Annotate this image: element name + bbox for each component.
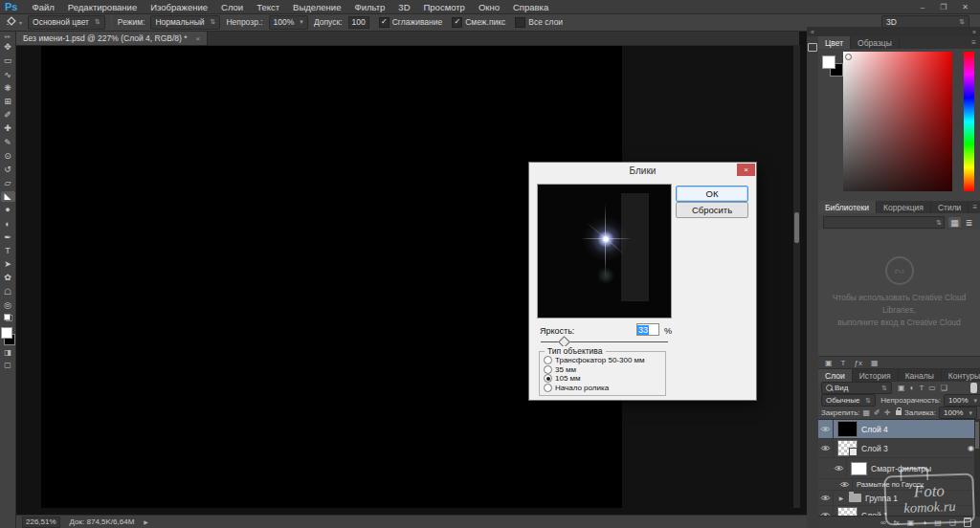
color-swatches-control[interactable] [1,327,15,345]
lens-option[interactable]: Трансфокатор 50-300 мм [544,356,645,364]
brush-tool[interactable]: ✎ [1,138,15,148]
visibility-toggle[interactable] [818,420,834,438]
libraries-dropdown[interactable]: ⇅ [823,216,945,229]
opacity-dropdown[interactable]: 100% ▾ [269,15,308,30]
filter-adjustment-layers-icon[interactable]: ◐ [910,384,915,392]
menu-item[interactable]: Редактирование [61,2,144,12]
option-checkbox[interactable]: ✓Сглаживание [379,17,443,28]
default-swatches-icon[interactable] [4,314,12,321]
layers-tab[interactable]: Каналы [899,369,942,382]
lasso-tool[interactable]: ∿ [1,70,15,80]
dialog-close-button[interactable]: × [737,164,755,176]
menu-item[interactable]: Просмотр [417,2,472,12]
layers-opacity-dropdown[interactable]: 100% ▾ [944,394,980,407]
hue-slider[interactable] [964,52,974,191]
libraries-tab[interactable]: Коррекция [877,201,931,213]
visibility-toggle[interactable] [818,439,834,457]
visibility-toggle[interactable] [818,491,834,505]
toolbar-collapse-icon[interactable]: ▸▸ [5,33,11,39]
zoom-tool[interactable]: ◎ [1,300,15,311]
radio-icon[interactable] [544,374,552,383]
fill-source-dropdown[interactable]: Основной цвет ⇅ [28,15,105,30]
color-tab[interactable]: Цвет [818,36,851,49]
type-tool[interactable]: T [1,246,15,256]
zoom-level-field[interactable]: 226,51% [22,517,60,528]
menu-item[interactable]: Выделение [286,2,347,12]
filter-pixel-layers-icon[interactable]: ▣ [898,384,905,392]
brightness-slider[interactable] [541,341,668,342]
filter-shape-layers-icon[interactable]: ▭ [928,384,936,392]
lens-option[interactable]: 105 мм [544,374,581,383]
visibility-toggle[interactable] [837,479,853,490]
ok-button[interactable]: ОК [676,186,748,202]
layer-thumbnail[interactable] [837,440,858,456]
quick-mask-icon[interactable]: ◨ [4,348,11,357]
mode-dropdown[interactable]: Нормальный ⇅ [150,15,220,30]
layer-row[interactable]: Слой 3◉ [818,439,980,458]
screen-mode-icon[interactable]: ▢ [4,361,11,369]
color-marker-icon[interactable] [845,54,852,60]
option-checkbox[interactable]: Все слои [515,17,563,28]
hand-tool[interactable]: ☖ [1,287,15,297]
reset-button[interactable]: Сбросить [676,202,748,218]
radio-icon[interactable] [544,356,552,364]
blend-mode-dropdown[interactable]: Обычные ⇅ [821,394,876,407]
eyedropper-tool[interactable]: ✐ [1,110,15,121]
radio-icon[interactable] [544,384,552,392]
spot-healing-tool[interactable]: ✚ [1,123,15,134]
lock-pixels-icon[interactable]: ✐ [874,408,880,417]
panel-color-swatches[interactable] [822,55,843,77]
canvas-vertical-scrollbar[interactable] [793,45,800,508]
libraries-tab[interactable]: Стили [931,201,969,213]
type-panel-icon[interactable]: T [841,359,846,367]
blur-tool[interactable]: ● [1,205,15,215]
layer-filter-dropdown[interactable]: Вид ⇅ [821,382,892,394]
grid-panel-icon[interactable]: ▦ [871,359,879,367]
path-selection-tool[interactable]: ➤ [1,259,15,270]
quick-selection-tool[interactable]: ❋ [1,83,15,94]
panel-menu-icon[interactable]: ≡ [969,201,980,213]
lens-option[interactable]: Начало ролика [544,384,609,392]
option-checkbox[interactable]: ✓Смеж.пикс [452,17,505,28]
flare-center[interactable] [582,215,630,263]
pen-tool[interactable]: ✒ [1,232,15,243]
eraser-tool[interactable]: ▱ [1,178,15,188]
paint-bucket-tool[interactable]: ◣ [1,191,15,202]
fill-dropdown[interactable]: 100% ▾ [939,407,977,419]
fx-panel-icon[interactable]: ƒx [854,359,861,367]
checkbox-icon[interactable]: ✓ [452,17,462,28]
menu-item[interactable]: Текст [250,2,286,12]
layer-thumbnail[interactable] [837,421,858,437]
scrollbar-thumb[interactable] [794,212,799,243]
visibility-toggle[interactable] [832,458,847,478]
menu-item[interactable]: Справка [506,2,555,12]
saturation-field[interactable] [843,52,952,191]
libraries-tab[interactable]: Библиотеки [818,201,877,213]
filter-type-layers-icon[interactable]: T [919,384,924,392]
checkbox-icon[interactable]: ✓ [379,17,390,28]
radio-icon[interactable] [544,365,552,374]
filter-smart-objects-icon[interactable]: ❏ [941,384,947,392]
collapse-left-icon[interactable]: « [811,29,814,35]
minimize-button[interactable]: – [921,3,924,11]
visibility-toggle[interactable] [818,506,834,516]
collapse-right-icon[interactable]: » [972,29,976,35]
close-button[interactable]: ✕ [962,3,969,11]
flare-preview[interactable] [537,184,672,319]
tool-dropdown-arrow[interactable]: ▾ [19,19,22,26]
expand-arrow-icon[interactable]: ▶ [837,495,845,501]
menu-item[interactable]: Фильтр [347,2,391,12]
layers-tab[interactable]: История [853,369,899,382]
layer-thumbnail[interactable] [837,507,858,516]
menu-item[interactable]: Слои [214,2,250,12]
lock-transparency-icon[interactable]: ▦ [863,408,871,417]
scrollbar-thumb[interactable] [975,422,979,449]
brightness-input[interactable]: 33 [636,323,659,336]
foreground-color[interactable] [822,55,835,69]
dodge-tool[interactable]: ◐ [1,219,15,230]
custom-shape-tool[interactable]: ✿ [1,273,15,283]
tab-close-icon[interactable]: × [196,34,201,43]
collapsed-panel-icon[interactable] [808,43,817,52]
document-tab[interactable]: Без имени-1.psd @ 227% (Слой 4, RGB/8) *… [16,32,208,45]
crop-tool[interactable]: ⊞ [1,97,15,107]
